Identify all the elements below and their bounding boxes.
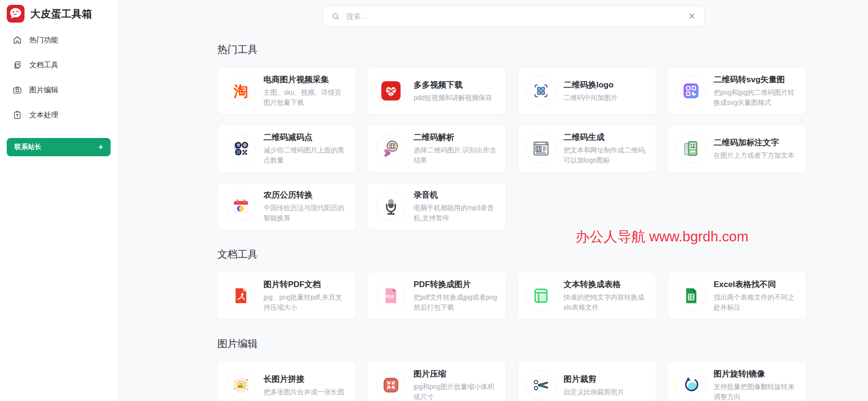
- tool-card[interactable]: 多多视频下载 pdd短视频和讲解视频保存: [367, 67, 506, 115]
- main-content: 热门工具 淘 电商图片视频采集 主图、sku、视频、详情页图片批量下载 多多视频…: [118, 0, 868, 401]
- tool-card[interactable]: 农历公历转换 中国传统历法与现代阳历的智能换算: [217, 182, 356, 230]
- lunar-calendar-icon: [231, 197, 251, 216]
- tool-name: 二维码减码点: [264, 132, 348, 143]
- search-input[interactable]: [345, 12, 682, 21]
- search-icon: [331, 12, 340, 21]
- tool-name: 长图片拼接: [264, 374, 348, 385]
- tool-icon-circle: [676, 281, 706, 311]
- tool-desc: jpg、png批量转pdf,并且支持压缩大小: [264, 292, 348, 313]
- tool-section: 文档工具 图片转PDF文档 jpg、png批量转pdf,并且支持压缩大小 PDF…: [217, 248, 810, 320]
- search-bar: [322, 6, 705, 26]
- tool-icon-circle: [526, 134, 556, 163]
- photos-stack-icon: [231, 376, 251, 395]
- qr-browser-icon: [531, 139, 551, 158]
- tool-desc: 把pdf文件转换成jpg或者png然后打包下载: [414, 292, 498, 313]
- sidebar-item-label: 文档工具: [29, 61, 58, 70]
- tool-section: 热门工具 淘 电商图片视频采集 主图、sku、视频、详情页图片批量下载 多多视频…: [217, 43, 810, 230]
- sidebar-item-text-processing[interactable]: 文本处理: [13, 109, 105, 121]
- tool-desc: 中国传统历法与现代阳历的智能换算: [264, 203, 348, 223]
- document-icon: [13, 60, 22, 70]
- pinduoduo-heart-icon: [381, 81, 401, 100]
- tool-desc: jpg和png图片批量缩小体积或尺寸: [414, 382, 498, 401]
- tool-desc: pdd短视频和讲解视频保存: [414, 93, 498, 103]
- tool-icon-circle: [226, 191, 256, 221]
- tool-name: 图片转PDF文档: [264, 279, 348, 290]
- tool-icon-circle: [226, 134, 256, 163]
- tool-card[interactable]: Excel表格找不同 找出两个表格文件的不同之处并标注: [667, 272, 806, 320]
- brand[interactable]: 大皮蛋工具箱: [0, 4, 117, 25]
- tool-card[interactable]: 图片旋转|镜像 支持批量把图像翻转旋转来调整方向: [667, 361, 806, 401]
- excel-sheet-icon: [681, 286, 701, 305]
- tool-card[interactable]: 二维码加标注文字 在图片上方或者下方加文本: [667, 125, 806, 173]
- tool-card[interactable]: 二维码解析 选择二维码图片,识别出所含结果: [367, 125, 506, 173]
- tool-icon-circle: 淘: [226, 76, 256, 106]
- rotate-icon: [681, 376, 701, 395]
- content-area: 热门工具 淘 电商图片视频采集 主图、sku、视频、详情页图片批量下载 多多视频…: [217, 6, 810, 401]
- contact-webmaster-label: 联系站长: [14, 143, 41, 151]
- tool-desc: 快速的把纯文字内容转换成xls表格文件: [564, 292, 648, 313]
- scissors-icon: [531, 376, 551, 395]
- qr-scan-frame-icon: [531, 81, 551, 100]
- contact-webmaster-button[interactable]: 联系站长 +: [7, 138, 111, 156]
- tool-desc: 找出两个表格文件的不同之处并标注: [714, 292, 798, 313]
- tool-card[interactable]: 图片转PDF文档 jpg、png批量转pdf,并且支持压缩大小: [217, 272, 356, 320]
- sidebar-item-label: 文本处理: [29, 111, 58, 120]
- tool-name: PDF转换成图片: [414, 279, 498, 290]
- tool-name: 二维码生成: [564, 132, 648, 143]
- smiley-chat-icon: [7, 5, 25, 23]
- sidebar-item-hot-features[interactable]: 热门功能: [13, 34, 105, 46]
- app-title: 大皮蛋工具箱: [30, 7, 92, 21]
- tool-desc: 选择二维码图片,识别出所含结果: [414, 145, 498, 165]
- tool-card[interactable]: PDF PDF转换成图片 把pdf文件转换成jpg或者png然后打包下载: [367, 272, 506, 320]
- tool-card[interactable]: 录音机 电脑手机都能用的mp3录音机,支持暂停: [367, 182, 506, 230]
- tool-name: 二维码转svg矢量图: [714, 74, 798, 85]
- tool-name: 二维码加标注文字: [714, 137, 798, 148]
- tool-icon-circle: [676, 76, 706, 106]
- sidebar-item-label: 图片编辑: [29, 86, 58, 95]
- tool-desc: 减少你二维码图片上面的黑点数量: [264, 145, 348, 165]
- compress-icon: [381, 376, 401, 395]
- tool-icon-circle: [376, 370, 406, 400]
- tool-name: 录音机: [414, 189, 498, 200]
- tool-desc: 把多张图片合并成一张长图: [264, 387, 348, 397]
- tool-card[interactable]: 二维码转svg矢量图 把png和jpg的二维码图片转换成svg矢量图格式: [667, 67, 806, 115]
- tool-icon-circle: [526, 370, 556, 400]
- sidebar-item-image-editing[interactable]: 图片编辑: [13, 84, 105, 96]
- sidebar-item-label: 热门功能: [29, 36, 58, 45]
- tool-name: 图片旋转|镜像: [714, 368, 798, 379]
- tool-desc: 电脑手机都能用的mp3录音机,支持暂停: [414, 203, 498, 223]
- tool-icon-circle: [526, 281, 556, 311]
- pdf-red-icon: [231, 286, 251, 305]
- sections-wrap: 热门工具 淘 电商图片视频采集 主图、sku、视频、详情页图片批量下载 多多视频…: [217, 43, 810, 401]
- sidebar: 大皮蛋工具箱 热门功能 文档工具 图片编辑 文本处理 联系站长 +: [0, 0, 118, 401]
- camera-icon: [13, 85, 22, 95]
- tool-name: 二维码换logo: [564, 79, 648, 90]
- sidebar-item-document-tools[interactable]: 文档工具: [13, 59, 105, 71]
- tool-desc: 主图、sku、视频、详情页图片批量下载: [264, 88, 348, 108]
- tool-grid: 长图片拼接 把多张图片合并成一张长图 图片压缩 jpg和png图片批量缩小体积或…: [217, 361, 810, 401]
- tool-desc: 在图片上方或者下方加文本: [714, 150, 798, 161]
- tool-icon-circle: [376, 191, 406, 221]
- tool-desc: 把png和jpg的二维码图片转换成svg矢量图格式: [714, 88, 798, 108]
- plus-icon: +: [99, 143, 103, 151]
- tool-card[interactable]: 淘 电商图片视频采集 主图、sku、视频、详情页图片批量下载: [217, 67, 356, 115]
- tool-card[interactable]: 文本转换成表格 快速的把纯文字内容转换成xls表格文件: [517, 272, 656, 320]
- home-icon: [13, 35, 22, 45]
- qr-dots-icon: [231, 139, 251, 158]
- tool-card[interactable]: 长图片拼接 把多张图片合并成一张长图: [217, 361, 356, 401]
- tool-card[interactable]: 二维码生成 把文本和网址制作成二维码,可以加logo图标: [517, 125, 656, 173]
- app-root: 大皮蛋工具箱 热门功能 文档工具 图片编辑 文本处理 联系站长 +: [0, 0, 868, 401]
- tool-desc: 自定义比例裁剪照片: [564, 387, 648, 397]
- clear-icon[interactable]: [688, 12, 696, 20]
- qr-gradient-icon: [681, 81, 701, 100]
- tool-card[interactable]: 图片裁剪 自定义比例裁剪照片: [517, 361, 656, 401]
- tool-icon-circle: [376, 134, 406, 163]
- tool-card[interactable]: 二维码减码点 减少你二维码图片上面的黑点数量: [217, 125, 356, 173]
- tool-section: 图片编辑 长图片拼接 把多张图片合并成一张长图 图片压缩 jpg和png图片批量…: [217, 337, 810, 401]
- qr-phone-icon: [681, 139, 701, 158]
- tool-card[interactable]: 图片压缩 jpg和png图片批量缩小体积或尺寸: [367, 361, 506, 401]
- tool-name: 图片裁剪: [564, 374, 648, 385]
- tool-card[interactable]: 二维码换logo 二维码中间加图片: [517, 67, 656, 115]
- tool-name: 多多视频下载: [414, 79, 498, 90]
- qr-magnifier-icon: [381, 139, 401, 158]
